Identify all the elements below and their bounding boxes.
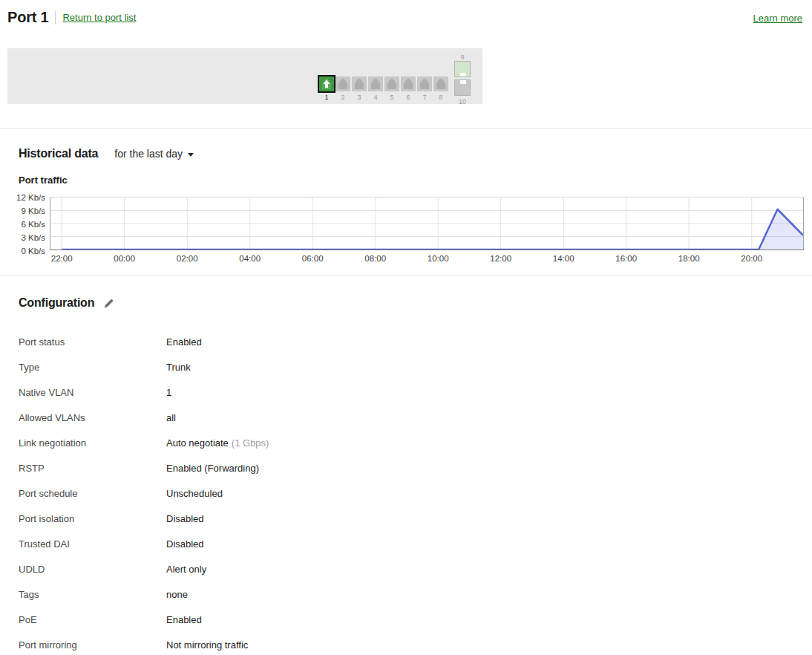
port-number-label: 8 — [439, 94, 442, 101]
config-value: none — [166, 589, 188, 600]
config-value: Unscheduled — [166, 488, 223, 499]
x-axis-tick-label: 20:00 — [741, 254, 762, 263]
switch-front-panel: 12345678 9 10 — [7, 48, 482, 104]
historical-data-header: Historical data for the last day — [19, 147, 812, 162]
y-axis-tick-label: 0 Kb/s — [4, 247, 45, 255]
x-axis-tick-label: 00:00 — [114, 254, 135, 263]
config-value: 1 — [166, 387, 171, 398]
port-traffic-chart: 12 Kb/s9 Kb/s6 Kb/s3 Kb/s0 Kb/s22:0000:0… — [50, 197, 804, 267]
section-divider — [0, 275, 812, 276]
chart-plot-area: 12 Kb/s9 Kb/s6 Kb/s3 Kb/s0 Kb/s22:0000:0… — [50, 197, 804, 250]
switch-ports-row: 12345678 — [319, 76, 448, 101]
config-row-port-mirroring: Port mirroringNot mirroring traffic — [19, 632, 812, 655]
config-label: Native VLAN — [19, 387, 166, 398]
port-disconnected-icon — [368, 76, 383, 91]
config-label: Link negotiation — [19, 437, 166, 449]
chevron-down-icon — [188, 153, 194, 157]
config-value: Not mirroring traffic — [166, 639, 248, 651]
y-axis-tick-label: 12 Kb/s — [4, 193, 45, 202]
port-active-uplink-icon — [319, 76, 334, 91]
config-value: Enabled — [166, 614, 202, 625]
learn-more-link[interactable]: Learn more — [753, 13, 802, 24]
uplink-port-10[interactable]: 10 — [454, 79, 471, 105]
x-axis-tick-label: 18:00 — [678, 254, 700, 263]
switch-port-7[interactable]: 7 — [417, 76, 432, 101]
port-disconnected-icon — [384, 76, 399, 91]
config-row-rstp: RSTPEnabled (Forwarding) — [19, 455, 812, 480]
config-row-udld: UDLDAlert only — [19, 556, 812, 581]
historical-data-title: Historical data — [19, 147, 98, 160]
y-axis-tick-label: 6 Kb/s — [4, 220, 45, 229]
edit-pencil-icon[interactable] — [103, 298, 114, 309]
configuration-title: Configuration — [19, 296, 94, 310]
switch-port-5[interactable]: 5 — [384, 76, 399, 101]
config-row-poe: PoEEnabled — [19, 607, 812, 632]
section-divider — [0, 128, 812, 129]
config-value: all — [166, 412, 176, 423]
config-row-type: TypeTrunk — [19, 354, 812, 379]
time-range-label: for the last day — [114, 148, 183, 160]
uplink-port-icon — [454, 79, 471, 96]
title-separator — [55, 11, 56, 25]
page-header: Port 1 Return to port list Learn more — [7, 9, 802, 30]
time-range-dropdown[interactable]: for the last day — [114, 148, 194, 160]
port-number-label: 7 — [422, 94, 426, 101]
traffic-series-line — [62, 209, 803, 250]
config-value: Trunk — [166, 362, 191, 373]
config-label: UDLD — [19, 564, 166, 575]
config-row-port-isolation: Port isolationDisabled — [19, 506, 812, 531]
config-label: Port schedule — [19, 488, 166, 499]
port-disconnected-icon — [335, 76, 350, 91]
port-number-label: 3 — [357, 94, 361, 101]
config-row-link-negotiation: Link negotiationAuto negotiate(1 Gbps) — [19, 430, 812, 455]
x-axis-tick-label: 16:00 — [615, 254, 637, 263]
x-axis-tick-label: 06:00 — [302, 254, 324, 263]
config-value: Disabled — [166, 538, 204, 550]
config-label: Port status — [19, 336, 166, 348]
y-axis-tick-label: 9 Kb/s — [4, 206, 45, 215]
x-axis-tick-label: 02:00 — [177, 254, 198, 263]
port-disconnected-icon — [433, 76, 448, 91]
port-number-label: 6 — [406, 94, 410, 101]
switch-port-4[interactable]: 4 — [368, 76, 383, 101]
uplink-port-icon — [454, 61, 471, 77]
config-label: Allowed VLANs — [19, 412, 166, 423]
chart-title: Port traffic — [19, 175, 812, 185]
config-row-native-vlan: Native VLAN1 — [19, 379, 812, 405]
config-value-note: (1 Gbps) — [232, 437, 269, 449]
return-to-port-list-link[interactable]: Return to port list — [62, 12, 136, 23]
page-title: Port 1 — [7, 9, 48, 26]
x-axis-tick-label: 08:00 — [364, 254, 386, 263]
config-label: RSTP — [19, 463, 166, 474]
switch-port-6[interactable]: 6 — [401, 76, 416, 101]
config-value: Enabled — [166, 336, 202, 348]
port-number-label: 4 — [373, 94, 377, 101]
uplink-port-9[interactable]: 9 — [454, 51, 471, 77]
config-label: Port mirroring — [19, 639, 166, 651]
configuration-header: Configuration — [19, 296, 812, 310]
port-disconnected-icon — [417, 76, 432, 91]
switch-port-2[interactable]: 2 — [335, 76, 350, 101]
x-axis-tick-label: 10:00 — [428, 254, 449, 263]
config-row-tags: Tagsnone — [19, 581, 812, 607]
port-number-label: 9 — [460, 53, 464, 61]
config-row-port-schedule: Port scheduleUnscheduled — [19, 480, 812, 506]
port-number-label: 1 — [324, 94, 328, 101]
x-axis-tick-label: 04:00 — [239, 254, 261, 263]
y-axis-tick-label: 3 Kb/s — [4, 233, 45, 242]
config-label: Tags — [19, 589, 166, 600]
x-axis-tick-label: 12:00 — [490, 254, 511, 263]
port-number-label: 5 — [390, 94, 393, 101]
switch-port-1[interactable]: 1 — [319, 76, 334, 101]
config-row-trusted-dai: Trusted DAIDisabled — [19, 531, 812, 556]
switch-port-8[interactable]: 8 — [433, 76, 448, 101]
port-disconnected-icon — [401, 76, 416, 91]
config-row-port-status: Port statusEnabled — [19, 329, 812, 354]
x-axis-tick-label: 22:00 — [51, 254, 73, 263]
config-label: Trusted DAI — [19, 538, 166, 550]
config-value: Alert only — [166, 564, 206, 575]
x-axis-tick-label: 14:00 — [553, 254, 574, 263]
port-number-label: 2 — [341, 94, 344, 101]
configuration-table: Port statusEnabledTypeTrunkNative VLAN1A… — [19, 329, 812, 655]
switch-port-3[interactable]: 3 — [352, 76, 367, 101]
